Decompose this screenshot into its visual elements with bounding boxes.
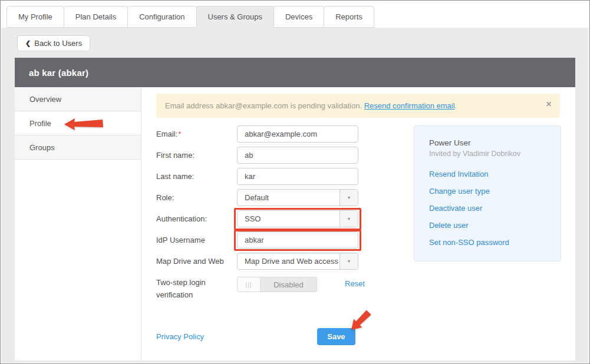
email-field[interactable] [237,125,358,143]
user-type-title: Power User [429,138,550,147]
last-name-label: Last name: [156,172,237,181]
set-non-sso-password-link[interactable]: Set non-SSO password [429,238,550,247]
delete-user-link[interactable]: Delete user [429,221,550,230]
chevron-down-icon: ▼ [340,190,358,206]
last-name-field[interactable] [237,168,358,185]
two-step-toggle[interactable]: ||| Disabled [237,277,317,292]
change-user-type-link[interactable]: Change user type [429,187,550,196]
user-header: ab kar (abkar) [15,58,575,87]
last-name-row: Last name: [156,168,365,185]
user-type-panel: Power User Invited by Vladimir Dobrikov … [414,125,561,262]
sidebar-item-groups[interactable]: Groups [15,135,141,160]
banner-suffix: . [455,101,457,110]
banner-text: Email address abkar@example.com is pendi… [165,101,362,110]
page-title: ab kar (abkar) [29,68,88,78]
idp-username-row: IdP Username [156,231,365,249]
authentication-select-value: SSO [238,211,340,227]
back-to-users-button[interactable]: ❮ Back to Users [17,35,90,51]
tab-reports[interactable]: Reports [324,6,374,28]
resend-invitation-link[interactable]: Resend Invitation [429,170,550,178]
tab-devices[interactable]: Devices [273,6,324,28]
role-select[interactable]: Default ▼ [237,189,358,206]
map-drive-label: Map Drive and Web [156,257,237,266]
idp-username-label: IdP Username [156,236,237,244]
toggle-grip-icon: ||| [238,277,261,292]
two-step-toggle-state: Disabled [261,277,317,292]
role-select-value: Default [238,190,340,206]
tab-users-groups[interactable]: Users & Groups [196,6,274,28]
sidebar-item-overview[interactable]: Overview [15,87,141,111]
map-drive-row: Map Drive and Web Map Drive and Web acce… [156,253,365,270]
two-step-label: Two-step login verification [156,276,237,302]
close-icon[interactable]: ✕ [546,100,552,108]
authentication-select[interactable]: SSO ▼ [237,210,358,227]
top-tabbar: My Profile Plan Details Configuration Us… [1,1,589,28]
resend-confirmation-link[interactable]: Resend confirmation email [364,101,455,110]
profile-main: Email address abkar@example.com is pendi… [141,87,575,360]
role-label: Role: [156,193,237,202]
chevron-left-icon: ❮ [25,39,31,47]
validation-banner: Email address abkar@example.com is pendi… [156,94,560,118]
reset-link[interactable]: Reset [345,279,365,288]
role-row: Role: Default ▼ [156,189,365,206]
first-name-label: First name: [156,151,237,160]
idp-username-field[interactable] [237,231,358,249]
form-footer: Privacy Policy Save [156,328,355,345]
first-name-row: First name: [156,147,365,164]
email-row: Email:* [156,125,365,143]
profile-form: Email:* First name: Last name: Role: [156,125,365,306]
authentication-row: Authentication: SSO ▼ [156,210,365,227]
sidebar-item-profile[interactable]: Profile [15,111,141,135]
workspace: ❮ Back to Users ab kar (abkar) Overview … [1,28,589,363]
email-label: Email:* [156,130,237,138]
privacy-policy-link[interactable]: Privacy Policy [156,332,204,341]
app-window: My Profile Plan Details Configuration Us… [0,0,590,364]
authentication-label: Authentication: [156,214,237,223]
user-sidebar: Overview Profile Groups [15,87,141,360]
tab-configuration[interactable]: Configuration [127,6,196,28]
map-drive-select[interactable]: Map Drive and Web access ▼ [237,253,358,270]
first-name-field[interactable] [237,147,358,164]
deactivate-user-link[interactable]: Deactivate user [429,204,550,213]
save-button[interactable]: Save [317,328,355,345]
user-detail-panel: Overview Profile Groups Email address ab… [15,87,575,360]
chevron-down-icon: ▼ [340,211,358,227]
back-button-label: Back to Users [34,39,82,48]
chevron-down-icon: ▼ [340,253,358,269]
invited-by-text: Invited by Vladimir Dobrikov [429,150,550,158]
map-drive-select-value: Map Drive and Web access [238,253,340,269]
tab-plan-details[interactable]: Plan Details [64,6,128,28]
required-asterisk: * [178,130,181,138]
two-step-row: Two-step login verification ||| Disabled… [156,276,365,302]
tab-my-profile[interactable]: My Profile [6,6,64,28]
